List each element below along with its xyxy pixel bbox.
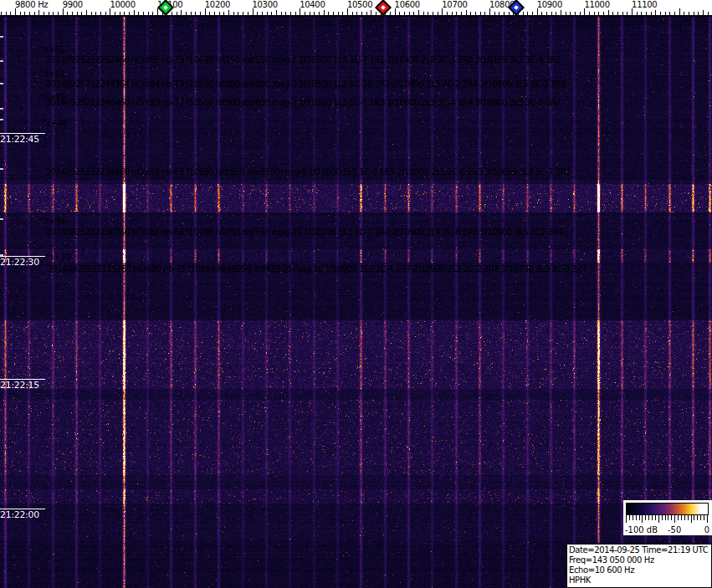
freq-tick	[480, 12, 481, 15]
freq-tick	[509, 12, 510, 15]
freq-tick	[684, 12, 684, 15]
freq-tick	[655, 10, 656, 15]
freq-tick	[20, 12, 21, 15]
freq-tick	[177, 12, 177, 15]
freq-tick	[157, 8, 158, 15]
freq-tick	[67, 12, 68, 15]
freq-tick	[15, 8, 16, 15]
freq-tick	[129, 12, 130, 15]
db-tick-comb	[626, 515, 709, 523]
freq-tick	[86, 10, 87, 15]
freq-tick	[404, 12, 405, 15]
freq-tick	[352, 12, 353, 15]
freq-tick	[195, 12, 196, 15]
freq-tick	[366, 12, 367, 15]
freq-tick	[134, 10, 135, 15]
frequency-scale[interactable]: 9800 Hz990010000101001020010300104001050…	[0, 0, 712, 15]
freq-tick	[300, 8, 300, 15]
freq-tick	[466, 10, 467, 15]
freq-tick	[81, 12, 82, 15]
freq-tick	[461, 12, 462, 15]
freq-tick	[58, 12, 59, 15]
freq-label-10300: 10300	[253, 0, 278, 9]
db-label-mid: -50	[668, 525, 681, 534]
freq-tick	[262, 12, 263, 15]
freq-label-11000: 11000	[584, 0, 609, 9]
db-scale-labels: -100 dB -50 0	[623, 525, 712, 535]
freq-tick	[598, 12, 599, 15]
freq-tick	[138, 12, 139, 15]
freq-tick	[627, 12, 627, 15]
freq-tick	[95, 12, 96, 15]
freq-tick	[209, 12, 210, 15]
freq-tick	[324, 10, 325, 15]
freq-tick	[248, 12, 248, 15]
freq-tick	[708, 12, 709, 15]
freq-tick	[290, 12, 291, 15]
freq-tick	[342, 12, 343, 15]
freq-tick	[617, 12, 618, 15]
freq-tick	[228, 10, 229, 15]
freq-tick	[523, 12, 524, 15]
freq-tick	[376, 12, 376, 15]
freq-tick	[49, 12, 49, 15]
marker-red-diamond[interactable]	[375, 0, 392, 16]
freq-label-10500: 10500	[347, 0, 372, 9]
freq-tick	[100, 12, 101, 15]
freq-tick	[347, 8, 348, 15]
freq-tick	[276, 10, 277, 15]
freq-tick	[38, 10, 39, 15]
freq-tick	[143, 12, 144, 15]
freq-tick	[191, 12, 192, 15]
freq-tick	[646, 12, 647, 15]
info-echo: Echo=10 600 Hz	[569, 565, 709, 575]
freq-tick	[561, 10, 561, 15]
freq-tick	[371, 10, 371, 15]
freq-tick	[537, 8, 538, 15]
freq-tick	[233, 12, 234, 15]
freq-tick	[612, 12, 613, 15]
db-gradient-bar	[626, 503, 709, 515]
freq-tick	[390, 12, 391, 15]
info-box: Date=2014-09-25 Time=21:19 UTC Freq=143 …	[566, 544, 712, 588]
freq-tick	[566, 12, 566, 15]
freq-tick	[29, 12, 30, 15]
freq-tick	[148, 12, 149, 15]
freq-tick	[527, 12, 528, 15]
freq-tick	[703, 10, 704, 15]
freq-tick	[219, 12, 220, 15]
freq-tick	[637, 12, 638, 15]
spectrogram-waterfall[interactable]	[0, 15, 712, 588]
freq-label-10200: 10200	[205, 0, 230, 9]
freq-tick	[77, 12, 78, 15]
freq-tick	[328, 12, 329, 15]
freq-tick	[257, 12, 258, 15]
freq-tick	[34, 12, 35, 15]
freq-tick	[418, 10, 419, 15]
freq-tick	[24, 12, 25, 15]
freq-tick	[575, 12, 576, 15]
freq-tick	[361, 12, 362, 15]
freq-label-10000: 10000	[110, 0, 135, 9]
freq-tick	[438, 12, 438, 15]
freq-tick	[115, 12, 115, 15]
info-date-time: Date=2014-09-25 Time=21:19 UTC	[569, 545, 709, 555]
freq-tick	[105, 12, 106, 15]
freq-label-10700: 10700	[442, 0, 467, 9]
freq-tick	[594, 12, 595, 15]
freq-tick	[570, 12, 571, 15]
freq-tick	[110, 8, 110, 15]
freq-tick	[423, 12, 424, 15]
waterfall-display-window: 9800 Hz990010000101001020010300104001050…	[0, 0, 712, 588]
info-frequency: Freq=143 050 000 Hz	[569, 555, 709, 565]
freq-tick	[428, 12, 428, 15]
freq-tick	[603, 12, 604, 15]
freq-tick	[10, 12, 11, 15]
freq-tick	[314, 12, 315, 15]
freq-tick	[504, 12, 505, 15]
freq-tick	[484, 12, 485, 15]
freq-tick	[541, 12, 542, 15]
freq-tick	[632, 8, 633, 15]
freq-tick	[333, 12, 334, 15]
freq-tick	[409, 12, 410, 15]
